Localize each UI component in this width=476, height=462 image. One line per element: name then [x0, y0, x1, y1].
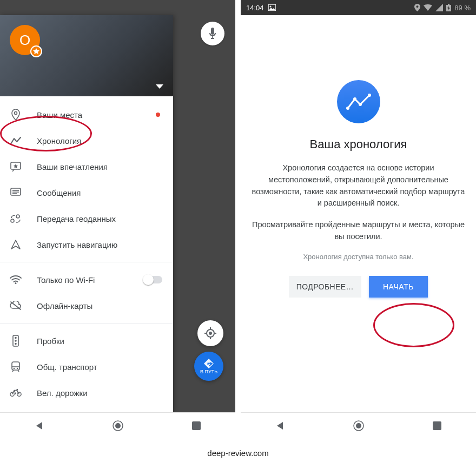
menu-item-label: Ваши места	[37, 110, 82, 120]
directions-icon	[204, 359, 214, 368]
nav-icon	[10, 239, 22, 250]
account-dropdown-icon[interactable]	[156, 84, 163, 89]
menu-item-transit[interactable]: Общ. транспорт	[0, 354, 173, 380]
svg-point-6	[15, 282, 17, 284]
back-button[interactable]	[264, 415, 296, 437]
wifi-icon	[424, 4, 432, 11]
location-icon	[414, 4, 420, 11]
menu-item-label: Сообщения	[37, 188, 81, 197]
menu-item-label: Хронология	[37, 136, 81, 146]
my-location-button[interactable]	[197, 320, 223, 346]
signal-icon	[435, 4, 443, 11]
microphone-icon	[208, 28, 217, 39]
menu-item-label: Офлайн-карты	[37, 301, 92, 311]
svg-point-8	[15, 337, 17, 339]
menu-item-pin[interactable]: Ваши места	[0, 102, 173, 128]
review-icon	[10, 161, 22, 173]
svg-point-12	[14, 368, 15, 369]
bike-icon	[10, 387, 22, 399]
back-button[interactable]	[23, 415, 56, 437]
menu-item-traffic[interactable]: Пробки	[0, 328, 173, 354]
offline-icon	[10, 300, 22, 312]
svg-point-10	[15, 343, 17, 345]
status-battery: 89 %	[454, 4, 471, 12]
svg-point-5	[16, 215, 19, 218]
status-bar: 14:04 89 %	[241, 0, 476, 15]
svg-point-9	[15, 340, 17, 342]
svg-point-16	[16, 389, 18, 391]
avatar[interactable]: O	[10, 25, 40, 55]
timeline-buttons: ПОДРОБНЕЕ… НАЧАТЬ	[289, 276, 428, 298]
timeline-onboarding: Ваша хронология Хронология создается на …	[241, 15, 476, 412]
menu-item-label: Пробки	[37, 336, 64, 346]
navigation-drawer: O Ваши местаХронологияВаши впечатленияСо…	[0, 15, 173, 412]
crosshairs-icon	[204, 327, 216, 339]
svg-point-15	[17, 392, 21, 396]
status-time: 14:04	[246, 4, 264, 12]
recent-button[interactable]	[421, 415, 453, 437]
timeline-body-1: Хронология создается на основе истории м…	[252, 162, 465, 209]
timeline-body-2: Просматривайте пройденные маршруты и мес…	[252, 219, 465, 243]
svg-point-13	[17, 368, 18, 369]
system-nav-bar	[241, 412, 476, 438]
menu-item-message[interactable]: Сообщения	[0, 180, 173, 206]
home-button[interactable]	[342, 415, 375, 437]
battery-icon	[446, 4, 451, 11]
phone-left: 14:04 89 % В ПУТЬ O	[0, 0, 235, 438]
svg-point-22	[269, 6, 271, 8]
timeline-title: Ваша хронология	[310, 137, 407, 151]
svg-point-25	[359, 103, 362, 106]
pin-icon	[10, 109, 22, 121]
svg-point-24	[353, 97, 356, 101]
status-icons: 89 %	[414, 4, 471, 12]
recent-button[interactable]	[180, 415, 213, 437]
menu-item-label: Ваши впечатления	[37, 162, 108, 171]
svg-point-14	[10, 392, 14, 396]
avatar-initial: O	[19, 32, 30, 49]
timeline-privacy-note: Хронология доступна только вам.	[303, 253, 413, 261]
learn-more-button[interactable]: ПОДРОБНЕЕ…	[289, 276, 361, 298]
menu-item-nav[interactable]: Запустить навигацию	[0, 232, 173, 258]
system-nav-bar	[0, 412, 235, 438]
menu-item-review[interactable]: Ваши впечатления	[0, 154, 173, 180]
timeline-hero-icon	[337, 80, 380, 123]
menu-item-bike[interactable]: Вел. дорожки	[0, 380, 173, 406]
svg-point-28	[356, 423, 361, 428]
menu-item-label: Вел. дорожки	[37, 388, 88, 398]
svg-rect-11	[12, 362, 19, 370]
notification-dot	[156, 113, 160, 117]
start-button[interactable]: НАЧАТЬ	[369, 276, 428, 298]
svg-point-23	[346, 107, 349, 110]
wifi-icon	[10, 274, 22, 286]
drawer-menu: Ваши местаХронологияВаши впечатленияСооб…	[0, 96, 173, 412]
voice-search-button[interactable]	[201, 22, 224, 45]
menu-item-timeline[interactable]: Хронология	[0, 128, 173, 154]
directions-label: В ПУТЬ	[200, 369, 217, 374]
traffic-icon	[10, 335, 22, 347]
timeline-icon	[10, 135, 22, 147]
menu-divider	[0, 262, 173, 262]
drawer-header[interactable]: O	[0, 15, 173, 96]
menu-item-label: Передача геоданных	[37, 214, 116, 223]
svg-point-26	[368, 94, 371, 97]
svg-rect-20	[192, 421, 201, 430]
local-guide-badge-icon	[30, 45, 42, 57]
menu-item-label: Запустить навигацию	[37, 240, 117, 249]
menu-item-satellite[interactable]: Спутник	[0, 406, 173, 412]
menu-item-offline[interactable]: Офлайн-карты	[0, 293, 173, 319]
menu-divider	[0, 323, 173, 324]
svg-rect-29	[433, 421, 441, 430]
menu-item-label: Только по Wi-Fi	[37, 275, 95, 285]
photo-icon	[268, 4, 276, 11]
menu-item-share-loc[interactable]: Передача геоданных	[0, 206, 173, 232]
svg-point-4	[11, 219, 14, 222]
menu-item-wifi[interactable]: Только по Wi-Fi	[0, 267, 173, 293]
svg-point-19	[115, 423, 121, 428]
menu-item-label: Общ. транспорт	[37, 362, 97, 372]
home-button[interactable]	[102, 415, 134, 437]
svg-point-1	[209, 332, 212, 335]
message-icon	[10, 187, 22, 199]
directions-button[interactable]: В ПУТЬ	[194, 352, 223, 381]
transit-icon	[10, 361, 22, 373]
wifi-only-toggle[interactable]	[144, 276, 162, 283]
